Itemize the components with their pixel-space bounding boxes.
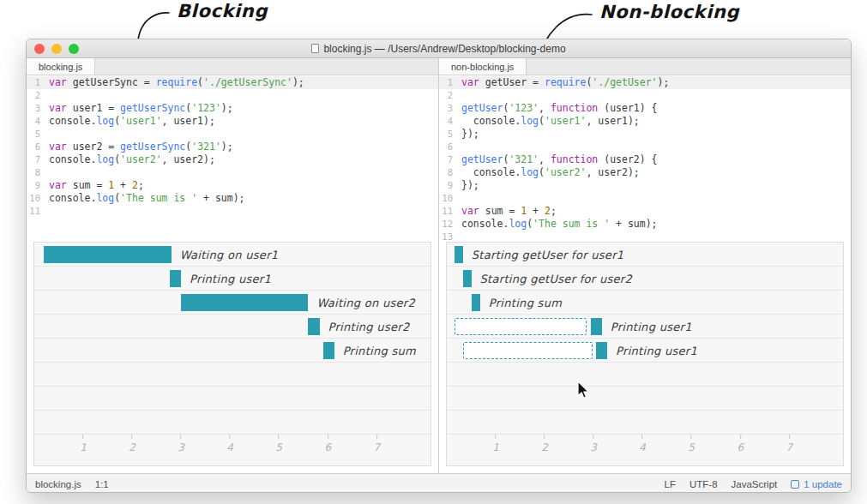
code-line[interactable]: 4 console.log('user1', user1);	[439, 115, 851, 128]
status-update-button[interactable]: 1 update	[791, 479, 842, 489]
code-text: var user1 = getUserSync('123');	[49, 102, 233, 115]
annotation-non-blocking: Non-blocking	[599, 2, 739, 22]
code-line[interactable]: 5	[27, 128, 438, 141]
status-line-ending[interactable]: LF	[665, 479, 676, 489]
gantt-label: Printing sum	[489, 296, 562, 309]
tick-mark	[740, 435, 741, 439]
code-line[interactable]: 6var user2 = getUserSync('321');	[27, 141, 438, 153]
code-line[interactable]: 8 console.log('user2', user2);	[439, 166, 851, 179]
gantt-label: Waiting on user2	[316, 296, 415, 309]
x-tick: 4	[226, 435, 233, 453]
code-line[interactable]: 13	[439, 231, 851, 242]
gantt-bar	[170, 270, 181, 287]
tick-mark	[230, 435, 231, 439]
code-line[interactable]: 1var getUserSync = require('./getUserSyn…	[27, 76, 438, 89]
code-line[interactable]: 5});	[439, 128, 851, 141]
tick-label: 4	[639, 441, 646, 453]
code-line[interactable]: 9var sum = 1 + 2;	[27, 179, 438, 192]
code-line[interactable]: 9});	[439, 179, 851, 192]
code-text: var user2 = getUserSync('321');	[49, 141, 233, 153]
status-encoding[interactable]: UTF-8	[689, 479, 718, 489]
line-number: 10	[439, 192, 461, 205]
gantt-bar	[596, 342, 607, 359]
window-title-group: blocking.js — /Users/Andrew/Desktop/bloc…	[311, 43, 565, 55]
cursor-position[interactable]: 1:1	[95, 479, 109, 489]
code-line[interactable]: 2	[27, 89, 438, 102]
tab-non-blocking-js[interactable]: non-blocking.js	[439, 58, 527, 75]
tab-blocking-js[interactable]: blocking.js	[27, 58, 95, 75]
code-text: console.log('user1', user1);	[49, 115, 215, 128]
gantt-label: Printing user1	[616, 344, 697, 357]
traffic-lights	[34, 39, 79, 57]
x-tick: 7	[373, 435, 380, 453]
gantt-label: Printing user1	[611, 320, 692, 333]
line-number: 3	[27, 102, 49, 115]
tick-label: 6	[737, 441, 744, 453]
tab-bar-left: blocking.js	[27, 58, 438, 75]
code-line[interactable]: 7getUser('321', function (user2) {	[439, 153, 851, 166]
code-line[interactable]: 10console.log('The sum is ' + sum);	[27, 192, 438, 205]
mouse-cursor	[576, 381, 593, 401]
status-filename: blocking.js	[35, 479, 81, 489]
code-line[interactable]: 8	[27, 166, 438, 179]
tick-mark	[789, 435, 790, 439]
x-tick: 1	[80, 435, 87, 453]
tab-label: blocking.js	[39, 62, 82, 72]
code-line[interactable]: 7console.log('user2', user2);	[27, 153, 438, 166]
tick-mark	[181, 435, 182, 439]
fullscreen-button[interactable]	[69, 44, 79, 54]
line-number: 9	[27, 179, 49, 192]
code-line[interactable]: 11	[27, 205, 438, 218]
x-tick: 2	[541, 435, 548, 453]
gantt-label: Starting getUser for user2	[480, 272, 633, 285]
line-number: 1	[439, 76, 461, 89]
code-editor-non-blocking[interactable]: 1var getUser = require('./getUser');23ge…	[439, 75, 851, 242]
x-tick: 6	[324, 435, 331, 453]
tick-mark	[593, 435, 594, 439]
x-tick: 3	[178, 435, 184, 453]
code-text: console.log('user1', user1);	[461, 115, 640, 128]
tick-mark	[642, 435, 643, 439]
code-editor-blocking[interactable]: 1var getUserSync = require('./getUserSyn…	[27, 75, 438, 242]
x-tick: 5	[275, 435, 282, 453]
gantt-row: Starting getUser for user2	[447, 267, 843, 291]
gantt-row: Printing user1	[447, 315, 843, 339]
gantt-row	[34, 387, 430, 411]
line-number: 8	[27, 166, 49, 179]
gantt-bar	[308, 318, 319, 335]
code-text: var getUserSync = require('./getUserSync…	[49, 76, 304, 89]
package-update-icon	[791, 480, 799, 489]
code-line[interactable]: 6	[439, 141, 851, 153]
gantt-row	[34, 363, 430, 387]
code-line[interactable]: 2	[439, 89, 851, 102]
code-line[interactable]: 1var getUser = require('./getUser');	[439, 76, 851, 89]
close-button[interactable]	[34, 44, 45, 54]
code-line[interactable]: 10	[439, 192, 851, 205]
tick-mark	[376, 435, 377, 439]
line-number: 10	[27, 192, 49, 205]
tick-label: 4	[226, 441, 233, 453]
tick-label: 1	[492, 441, 499, 453]
code-text: console.log('The sum is ' + sum);	[49, 192, 245, 205]
code-line[interactable]: 12console.log('The sum is ' + sum);	[439, 218, 851, 231]
code-text: console.log('user2', user2);	[49, 153, 215, 166]
gantt-row: Starting getUser for user1	[447, 243, 843, 267]
code-line[interactable]: 4console.log('user1', user1);	[27, 115, 438, 128]
tick-mark	[328, 435, 328, 439]
gantt-chart-non-blocking: Starting getUser for user1Starting getUs…	[446, 242, 844, 466]
ghost-bar	[455, 318, 587, 335]
line-number: 4	[27, 115, 49, 128]
code-line[interactable]: 3getUser('123', function (user1) {	[439, 102, 851, 115]
titlebar[interactable]: blocking.js — /Users/Andrew/Desktop/bloc…	[27, 39, 851, 58]
gantt-axis: 1234567	[34, 435, 430, 459]
x-tick: 4	[639, 435, 646, 453]
code-line[interactable]: 3var user1 = getUserSync('123');	[27, 102, 438, 115]
line-number: 5	[27, 128, 49, 141]
gantt-bar	[181, 294, 308, 311]
code-text: var getUser = require('./getUser');	[461, 76, 669, 89]
minimize-button[interactable]	[51, 44, 62, 54]
annotation-blocking: Blocking	[177, 1, 268, 21]
code-line[interactable]: 11var sum = 1 + 2;	[439, 205, 851, 218]
status-language[interactable]: JavaScript	[732, 479, 778, 489]
gantt-label: Printing sum	[343, 344, 416, 357]
